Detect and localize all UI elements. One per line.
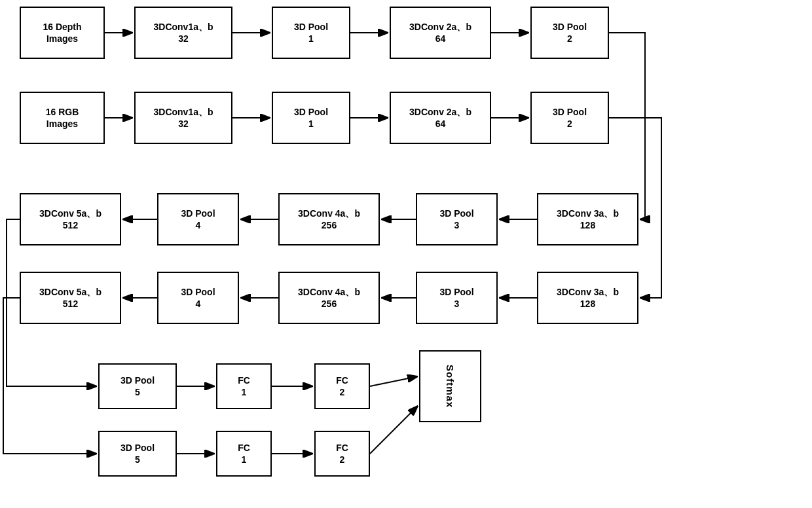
conv3a-depth: 3DConv 3a、b128 <box>537 193 638 245</box>
conv2a-rgb: 3DConv 2a、b64 <box>390 92 491 144</box>
pool3-rgb: 3D Pool3 <box>416 272 498 324</box>
conv1a-rgb: 3DConv1a、b32 <box>134 92 232 144</box>
conv5a-depth: 3DConv 5a、b512 <box>20 193 121 245</box>
conv3a-rgb: 3DConv 3a、b128 <box>537 272 638 324</box>
pool2-depth: 3D Pool2 <box>530 7 609 59</box>
conv4a-rgb: 3DConv 4a、b256 <box>278 272 380 324</box>
pool5-rgb: 3D Pool5 <box>98 431 177 477</box>
diagram: 16 DepthImages 3DConv1a、b32 3D Pool1 3DC… <box>0 0 812 508</box>
fc1-depth: FC1 <box>216 363 272 409</box>
pool1-depth: 3D Pool1 <box>272 7 350 59</box>
conv4a-depth: 3DConv 4a、b256 <box>278 193 380 245</box>
svg-line-22 <box>370 406 418 454</box>
pool5-depth: 3D Pool5 <box>98 363 177 409</box>
svg-line-19 <box>370 376 418 386</box>
depth-input: 16 DepthImages <box>20 7 105 59</box>
pool4-depth: 3D Pool4 <box>157 193 239 245</box>
fc2-rgb: FC2 <box>314 431 370 477</box>
conv1a-depth: 3DConv1a、b32 <box>134 7 232 59</box>
pool1-rgb: 3D Pool1 <box>272 92 350 144</box>
conv2a-depth: 3DConv 2a、b64 <box>390 7 491 59</box>
softmax: Softmax <box>419 350 481 422</box>
fc2-depth: FC2 <box>314 363 370 409</box>
pool3-depth: 3D Pool3 <box>416 193 498 245</box>
fc1-rgb: FC1 <box>216 431 272 477</box>
rgb-input: 16 RGBImages <box>20 92 105 144</box>
pool2-rgb: 3D Pool2 <box>530 92 609 144</box>
conv5a-rgb: 3DConv 5a、b512 <box>20 272 121 324</box>
pool4-rgb: 3D Pool4 <box>157 272 239 324</box>
